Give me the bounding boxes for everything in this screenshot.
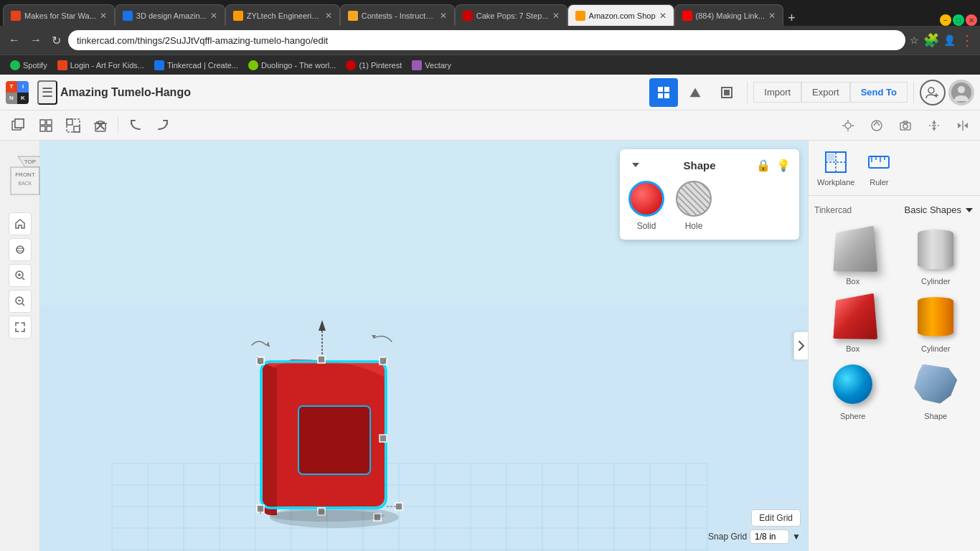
bookmark-duolingo[interactable]: Duolingo - The worl... — [244, 59, 340, 72]
back-button[interactable]: ← — [6, 32, 23, 48]
svg-text:BACK: BACK — [18, 181, 32, 186]
build-view-button[interactable] — [681, 78, 710, 107]
edit-grid-button[interactable]: Edit Grid — [751, 509, 801, 527]
profile-icon[interactable]: 👤 — [943, 34, 956, 46]
tab-4[interactable]: Contests - Instructa... ✕ — [340, 4, 455, 26]
right-panel-collapse-button[interactable] — [793, 331, 808, 360]
add-user-button[interactable] — [920, 80, 946, 105]
tab-7[interactable]: (884) Making Link... ✕ — [674, 4, 784, 26]
shape-lock-icon[interactable]: 🔒 — [756, 159, 771, 172]
circuit-view-icon — [720, 85, 734, 100]
address-input[interactable]: tinkercad.com/things/2SuJJtVqffl-amazing… — [68, 30, 905, 50]
fit-view-icon — [14, 321, 26, 333]
shape-panel-header: Shape 🔒 💡 — [628, 158, 791, 172]
shape-light-icon[interactable]: 💡 — [776, 159, 791, 172]
close-button[interactable]: ✕ — [966, 14, 977, 26]
tab-3[interactable]: ZYLtech Engineerin... ✕ — [225, 4, 340, 26]
bookmark-pinterest[interactable]: (1) Pinterest — [341, 59, 406, 72]
orbit-button[interactable] — [9, 238, 32, 261]
shape-cylinder-gray[interactable]: Cylinder — [897, 224, 975, 286]
ruler-label: Ruler — [870, 178, 888, 187]
tab-2[interactable]: 3D design Amazin... ✕ — [115, 4, 225, 26]
box-red-visual — [833, 293, 877, 339]
fit-view-button[interactable] — [9, 316, 32, 339]
circuit-view-button[interactable] — [712, 78, 741, 107]
copy-group-icon — [39, 118, 53, 133]
maximize-button[interactable]: □ — [953, 14, 964, 26]
tab-5[interactable]: Cake Pops: 7 Step... ✕ — [455, 4, 567, 26]
bookmark-artforkids[interactable]: Login - Art For Kids... — [53, 59, 149, 72]
tab-2-close[interactable]: ✕ — [210, 11, 217, 21]
workplane-button[interactable]: Workplane — [814, 146, 857, 189]
camera-button[interactable] — [894, 114, 917, 137]
home-view-button[interactable] — [9, 212, 32, 235]
light-icon — [842, 119, 854, 132]
action-toolbar — [0, 110, 980, 141]
tab-2-label: 3D design Amazin... — [136, 11, 207, 20]
delete-button[interactable] — [88, 113, 113, 138]
export-button[interactable]: Export — [801, 82, 850, 103]
shape-sphere-blue[interactable]: Sphere — [814, 359, 892, 420]
snap-grid-dropdown-icon[interactable]: ▼ — [792, 532, 801, 542]
3d-shape-svg — [241, 306, 428, 535]
svg-line-51 — [22, 303, 24, 306]
category-header: Tinkercad Basic Shapes — [814, 202, 974, 218]
forward-button[interactable]: → — [27, 32, 44, 48]
group-button[interactable] — [60, 113, 86, 138]
tab-4-label: Contests - Instructa... — [362, 11, 436, 20]
tab-3-close[interactable]: ✕ — [325, 11, 332, 21]
logo-cell-tin: T — [6, 81, 17, 93]
shape-button[interactable] — [865, 114, 888, 137]
grid-view-button[interactable] — [649, 78, 678, 107]
duplicate-button[interactable] — [6, 113, 32, 138]
toolbar-separator-2 — [913, 82, 914, 103]
send-to-button[interactable]: Send To — [850, 82, 908, 103]
mirror-icon — [956, 119, 969, 132]
mirror-button[interactable] — [951, 114, 974, 137]
tab-1-close[interactable]: ✕ — [100, 11, 107, 21]
zoom-out-icon — [14, 296, 26, 307]
box-gray-visual — [833, 226, 877, 272]
tab-6-close[interactable]: ✕ — [659, 11, 666, 21]
snap-button[interactable] — [923, 114, 946, 137]
viewport[interactable]: Shape 🔒 💡 Solid Hole — [40, 141, 808, 551]
bookmark-spotify[interactable]: Spotify — [6, 59, 52, 72]
reload-button[interactable]: ↻ — [49, 32, 64, 49]
hole-shape-button[interactable]: Hole — [676, 181, 712, 231]
shape-cylinder-gray-label: Cylinder — [921, 277, 950, 286]
shape-panel-collapse-icon[interactable] — [628, 158, 643, 172]
solid-shape-button[interactable]: Solid — [628, 181, 664, 231]
tab-1[interactable]: Makes for Star Wa... ✕ — [3, 4, 115, 26]
hamburger-menu-button[interactable]: ☰ — [37, 80, 57, 105]
tinkercad-logo[interactable]: T I N K — [6, 81, 29, 104]
new-tab-button[interactable]: + — [783, 11, 800, 26]
snap-grid-input[interactable] — [750, 529, 789, 544]
light-button[interactable] — [837, 114, 859, 137]
shape-box-red-label: Box — [846, 344, 859, 353]
tab-7-close[interactable]: ✕ — [768, 11, 776, 21]
extensions-icon[interactable]: 🧩 — [923, 32, 939, 48]
redo-button[interactable] — [150, 113, 176, 138]
bookmark-pinterest-favicon — [346, 60, 356, 70]
tab-4-close[interactable]: ✕ — [440, 11, 447, 21]
menu-icon[interactable]: ⋮ — [960, 32, 974, 49]
tab-6[interactable]: Amazon.com Shop ✕ — [567, 4, 674, 26]
minimize-button[interactable]: − — [940, 14, 951, 26]
zoom-out-button[interactable] — [9, 290, 32, 313]
ruler-button[interactable]: Ruler — [863, 146, 895, 189]
bookmark-vectary[interactable]: Vectary — [407, 59, 456, 72]
profile-button[interactable] — [948, 80, 974, 105]
import-button[interactable]: Import — [753, 82, 801, 103]
undo-button[interactable] — [123, 113, 149, 138]
shape-box-gray[interactable]: Box — [814, 224, 892, 286]
3d-object[interactable] — [241, 306, 428, 538]
shape-weird[interactable]: Shape — [897, 359, 975, 420]
shape-box-red[interactable]: Box — [814, 291, 892, 353]
zoom-in-button[interactable] — [9, 264, 32, 287]
bookmark-icon[interactable]: ☆ — [910, 34, 919, 46]
bookmark-tinkercad[interactable]: Tinkercad | Create... — [150, 59, 242, 72]
tab-5-close[interactable]: ✕ — [552, 11, 560, 21]
category-dropdown[interactable]: Basic Shapes — [905, 204, 975, 215]
shape-cylinder-orange[interactable]: Cylinder — [897, 291, 975, 353]
copy-group-button[interactable] — [33, 113, 59, 138]
